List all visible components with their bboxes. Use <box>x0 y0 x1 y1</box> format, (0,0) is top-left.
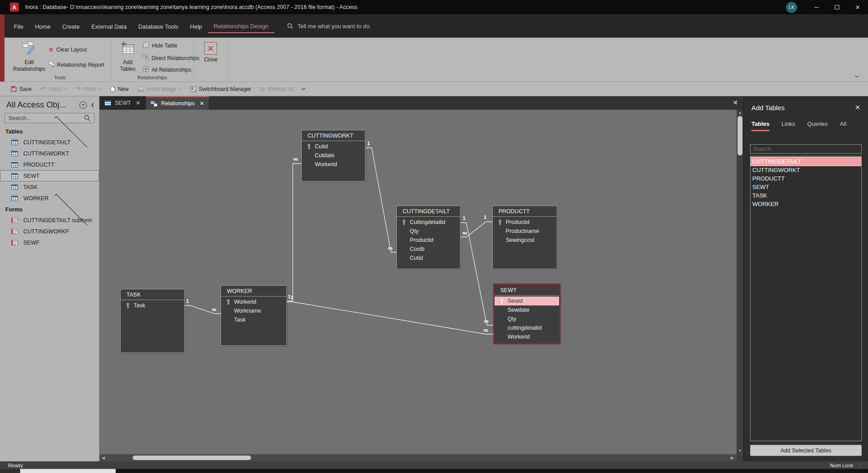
minimize-button[interactable] <box>806 0 827 14</box>
add-tables-item-worker[interactable]: WORKER <box>751 200 861 208</box>
nav-search-input[interactable]: Search... <box>4 113 95 123</box>
relationships-canvas[interactable]: 1∞1∞1∞1∞1∞1∞ ▲ ▼ CUTTINGWORKTCutidCutdat… <box>100 110 743 454</box>
diagram-table-cuttingworkt[interactable]: CUTTINGWORKTCutidCutdateWorkerid <box>301 130 365 181</box>
add-tables-item-cuttingworkt[interactable]: CUTTINGWORKT <box>751 166 861 174</box>
menu-tab-home[interactable]: Home <box>29 20 56 33</box>
field-workerid[interactable]: Workerid <box>495 332 559 341</box>
clear-layout-button[interactable]: ✕ Clear Layout <box>48 47 87 53</box>
minimize-icon <box>814 7 819 8</box>
sidebar-item-sewf[interactable]: SEWF <box>0 237 99 248</box>
field-cutid[interactable]: Cutid <box>302 142 365 151</box>
save-button[interactable]: Save <box>11 86 31 92</box>
nav-group-tables[interactable]: Tables <box>0 126 99 137</box>
tab-close-icon[interactable]: ✕ <box>200 100 204 107</box>
field-workname[interactable]: Workname <box>221 306 286 315</box>
diagram-table-productt[interactable]: PRODUCTTProductidProductnameSewingcost <box>492 206 557 269</box>
tab-sewt[interactable]: SEWT✕ <box>100 96 146 110</box>
field-cuttingdetailid[interactable]: cuttingdetailid <box>495 323 559 332</box>
sidebar-item-productt[interactable]: PRODUCTT <box>0 159 99 170</box>
field-cutid[interactable]: Cutid <box>397 254 460 262</box>
field-productname[interactable]: Productname <box>493 227 557 236</box>
menu-tab-relationships-design[interactable]: Relationships Design <box>208 19 274 33</box>
close-document-icon[interactable]: ✕ <box>733 99 738 106</box>
field-qty[interactable]: Qty <box>495 314 559 323</box>
new-button[interactable]: New <box>110 86 129 92</box>
relationship-report-button[interactable]: Relationship Report <box>48 61 104 69</box>
menu-tab-create[interactable]: Create <box>56 20 86 33</box>
tab-relationships[interactable]: Relationships✕ <box>146 96 209 110</box>
table-icon <box>11 185 18 190</box>
field-workerid[interactable]: Workerid <box>221 297 286 306</box>
tell-me-box[interactable]: Tell me what you want to do <box>287 23 369 30</box>
field-task[interactable]: Task <box>121 301 184 310</box>
sidebar-item-worker[interactable]: WORKER <box>0 193 99 204</box>
edit-relationships-button[interactable]: Edit Relationships <box>10 39 48 73</box>
hide-table-icon <box>143 42 149 49</box>
field-qty[interactable]: Qty <box>397 227 460 236</box>
hide-table-button[interactable]: Hide Table <box>143 42 177 49</box>
field-costb[interactable]: Costb <box>397 245 460 254</box>
sidebar-item-label: CUTTINGWORKT <box>23 150 69 157</box>
table-icon <box>11 162 18 168</box>
close-window-button[interactable]: ✕ <box>847 0 868 14</box>
diagram-table-worker[interactable]: WORKERWorkeridWorknameTask <box>221 285 287 346</box>
horizontal-scrollbar[interactable]: ◀ ▶ <box>100 454 743 461</box>
all-relationships-button[interactable]: All Relationships <box>143 66 191 73</box>
nav-group-forms[interactable]: Forms <box>0 204 99 215</box>
shutter-bar-collapse-icon[interactable]: ‹ <box>91 99 94 110</box>
field-cutdate[interactable]: Cutdate <box>302 151 365 160</box>
add-tables-tab-queries[interactable]: Queries <box>807 120 828 131</box>
add-tables-tab-links[interactable]: Links <box>781 120 795 131</box>
scroll-down-icon[interactable]: ▼ <box>737 448 743 454</box>
diagram-table-task[interactable]: TASKTask <box>120 289 185 353</box>
close-panel-icon[interactable]: ✕ <box>855 103 860 112</box>
sidebar-item-label: PRODUCTT <box>23 162 54 168</box>
vertical-scrollbar[interactable]: ▲ ▼ <box>737 110 743 454</box>
qat-more-button[interactable] <box>302 88 305 90</box>
field-label: Workname <box>234 308 261 314</box>
scroll-left-icon[interactable]: ◀ <box>102 456 105 460</box>
add-tables-button[interactable]: Add Tables <box>115 39 141 73</box>
add-tables-item-task[interactable]: TASK <box>751 191 861 200</box>
menu-tab-help[interactable]: Help <box>184 20 208 33</box>
add-tables-label-1: Add <box>123 59 132 66</box>
sidebar-item-task[interactable]: TASK <box>0 181 99 193</box>
field-sewid[interactable]: Sewid <box>495 297 559 305</box>
diagram-table-cuttingdetailt[interactable]: CUTTINGDETAILTCuttingdetailidQtyProducti… <box>396 206 460 269</box>
switchboard-manager-button[interactable]: Switchboard Manager <box>190 86 252 92</box>
field-sewdate[interactable]: Sewdate <box>495 305 559 314</box>
maximize-button[interactable] <box>827 0 847 14</box>
sidebar-item-sewt[interactable]: SEWT <box>0 170 99 181</box>
tab-close-icon[interactable]: ✕ <box>136 100 140 106</box>
add-selected-tables-button[interactable]: Add Selected Tables <box>750 445 862 456</box>
add-tables-item-productt[interactable]: PRODUCTT <box>751 174 861 183</box>
horizontal-scroll-thumb[interactable] <box>133 456 251 460</box>
field-cuttingdetailid[interactable]: Cuttingdetailid <box>397 218 460 227</box>
taskbar-segment <box>0 469 20 473</box>
close-relationships-button[interactable]: ✕ Close <box>198 39 223 63</box>
vertical-scroll-thumb[interactable] <box>738 116 742 155</box>
add-tables-item-sewt[interactable]: SEWT <box>751 183 861 191</box>
diagram-table-sewt[interactable]: SEWTSewidSewdateQtycuttingdetailidWorker… <box>493 284 560 344</box>
field-task[interactable]: Task <box>221 315 286 324</box>
field-productid[interactable]: Productid <box>493 218 557 227</box>
sidebar-item-cuttingworkf[interactable]: CUTTINGWORKF <box>0 226 99 237</box>
add-tables-tab-all[interactable]: All <box>840 120 846 131</box>
add-tables-item-cuttingdetailt[interactable]: CUTTINGDETAILT <box>751 157 861 166</box>
field-productid[interactable]: Productid <box>397 236 460 245</box>
field-workerid[interactable]: Workerid <box>302 160 365 169</box>
field-label: Sewingcost <box>506 237 534 243</box>
menu-tab-file[interactable]: File <box>8 20 29 33</box>
menu-tab-external-data[interactable]: External Data <box>86 20 133 33</box>
add-tables-search-input[interactable]: Search <box>750 144 862 154</box>
add-tables-tab-tables[interactable]: Tables <box>751 120 769 131</box>
sidebar-item-cuttingworkt[interactable]: CUTTINGWORKT <box>0 148 99 159</box>
account-avatar[interactable]: LK <box>786 2 797 13</box>
nav-pane-menu-icon[interactable] <box>79 101 87 109</box>
scroll-up-icon[interactable]: ▲ <box>737 110 743 116</box>
collapse-ribbon-icon[interactable] <box>855 74 859 77</box>
field-sewingcost[interactable]: Sewingcost <box>493 236 557 245</box>
menu-tab-database-tools[interactable]: Database Tools <box>132 20 184 33</box>
direct-relationships-button[interactable]: Direct Relationships <box>143 55 200 62</box>
scroll-right-icon[interactable]: ▶ <box>731 456 734 460</box>
